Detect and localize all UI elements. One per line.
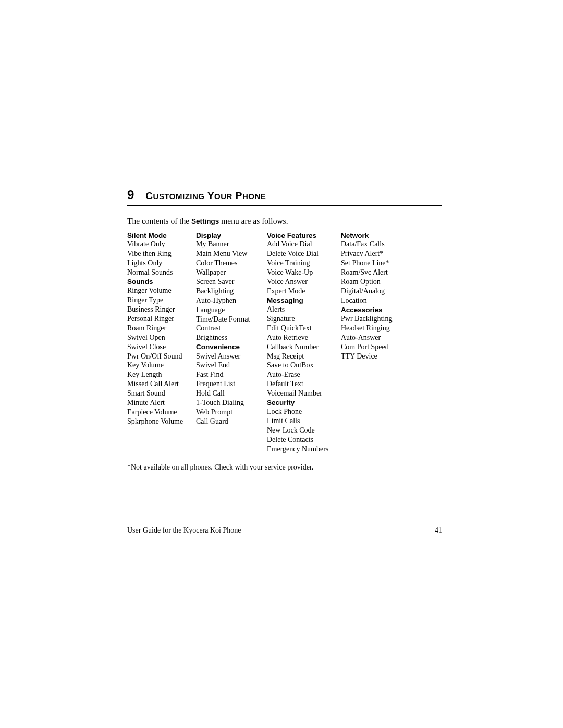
list-item: TTY Device [341, 352, 419, 361]
section-heading: Display [196, 231, 267, 240]
section-heading: Messaging [267, 296, 341, 305]
list-item: Msg Receipt [267, 352, 341, 361]
settings-columns: Silent ModeVibrate OnlyVibe then RingLig… [127, 231, 442, 454]
column-1: Silent ModeVibrate OnlyVibe then RingLig… [127, 231, 196, 454]
list-item: Color Themes [196, 258, 267, 268]
list-item: Key Length [127, 370, 196, 379]
list-item: Location [341, 296, 419, 305]
list-item: Pwr On/Off Sound [127, 352, 196, 361]
page-footer: User Guide for the Kyocera Koi Phone 41 [127, 523, 442, 535]
list-item: Voice Wake-Up [267, 268, 341, 277]
list-item: Delete Voice Dial [267, 249, 341, 258]
footnote: *Not available on all phones. Check with… [127, 463, 442, 472]
list-item: Set Phone Line* [341, 258, 419, 268]
list-item: Callback Number [267, 342, 341, 352]
list-item: Auto-Erase [267, 370, 341, 379]
page: 9 CUSTOMIZING YOUR PHONE The contents of… [0, 0, 563, 728]
column-3: Voice FeaturesAdd Voice DialDelete Voice… [267, 231, 341, 454]
list-item: Pwr Backlighting [341, 314, 419, 324]
list-item: Hold Call [196, 389, 267, 398]
list-item: Minute Alert [127, 398, 196, 408]
list-item: Spkrphone Volume [127, 417, 196, 426]
list-item: Screen Saver [196, 277, 267, 287]
list-item: Key Volume [127, 361, 196, 370]
list-item: Signature [267, 314, 341, 324]
list-item: Swivel Close [127, 342, 196, 352]
list-item: Privacy Alert* [341, 249, 419, 258]
list-item: My Banner [196, 240, 267, 249]
list-item: Normal Sounds [127, 268, 196, 277]
list-item: Earpiece Volume [127, 408, 196, 417]
list-item: Main Menu View [196, 249, 267, 258]
list-item: Voice Training [267, 258, 341, 268]
list-item: Expert Mode [267, 287, 341, 296]
section-heading: Sounds [127, 277, 196, 286]
column-4: NetworkData/Fax CallsPrivacy Alert*Set P… [341, 231, 419, 454]
chapter-header: 9 CUSTOMIZING YOUR PHONE [127, 188, 442, 206]
list-item: Lock Phone [267, 407, 341, 416]
footer-page-number: 41 [435, 526, 442, 535]
list-item: Voicemail Number [267, 389, 341, 398]
chapter-title: CUSTOMIZING YOUR PHONE [145, 190, 266, 202]
list-item: Backlighting [196, 287, 267, 296]
list-item: Fast Find [196, 370, 267, 379]
list-item: Ringer Volume [127, 286, 196, 295]
list-item: Limit Calls [267, 416, 341, 426]
list-item: Default Text [267, 379, 341, 389]
section-heading: Security [267, 398, 341, 407]
list-item: Time/Date Format [196, 315, 267, 324]
list-item: Edit QuickText [267, 324, 341, 333]
list-item: Ringer Type [127, 295, 196, 305]
list-item: 1-Touch Dialing [196, 398, 267, 408]
list-item: Lights Only [127, 258, 196, 268]
column-2: DisplayMy BannerMain Menu ViewColor Them… [196, 231, 267, 454]
section-heading: Convenience [196, 342, 267, 351]
section-heading: Network [341, 231, 419, 240]
list-item: Swivel Answer [196, 352, 267, 361]
list-item: Smart Sound [127, 389, 196, 398]
list-item: Call Guard [196, 417, 267, 426]
list-item: Vibrate Only [127, 240, 196, 249]
list-item: Auto-Answer [341, 333, 419, 342]
list-item: Wallpaper [196, 268, 267, 277]
list-item: Com Port Speed [341, 342, 419, 352]
list-item: New Lock Code [267, 426, 341, 435]
list-item: Add Voice Dial [267, 240, 341, 249]
list-item: Brightness [196, 333, 267, 342]
list-item: Voice Answer [267, 277, 341, 287]
list-item: Swivel Open [127, 333, 196, 342]
list-item: Auto Retrieve [267, 333, 341, 342]
list-item: Headset Ringing [341, 324, 419, 333]
content-area: 9 CUSTOMIZING YOUR PHONE The contents of… [127, 188, 442, 472]
list-item: Personal Ringer [127, 314, 196, 324]
list-item: Swivel End [196, 361, 267, 370]
list-item: Business Ringer [127, 305, 196, 314]
list-item: Vibe then Ring [127, 249, 196, 258]
list-item: Frequent List [196, 379, 267, 389]
footer-left: User Guide for the Kyocera Koi Phone [127, 526, 241, 535]
list-item: Roam Option [341, 277, 419, 287]
section-heading: Voice Features [267, 231, 341, 240]
list-item: Auto-Hyphen [196, 296, 267, 305]
list-item: Data/Fax Calls [341, 240, 419, 249]
list-item: Delete Contacts [267, 435, 341, 445]
chapter-number: 9 [127, 188, 134, 202]
section-heading: Silent Mode [127, 231, 196, 240]
list-item: Save to OutBox [267, 361, 341, 370]
list-item: Emergency Numbers [267, 445, 341, 454]
list-item: Language [196, 305, 267, 315]
list-item: Web Prompt [196, 408, 267, 417]
intro-text: The contents of the Settings menu are as… [127, 216, 442, 226]
section-heading: Accessories [341, 305, 419, 314]
list-item: Roam/Svc Alert [341, 268, 419, 277]
list-item: Missed Call Alert [127, 379, 196, 389]
list-item: Roam Ringer [127, 324, 196, 333]
list-item: Contrast [196, 324, 267, 333]
list-item: Alerts [267, 305, 341, 314]
list-item: Digital/Analog [341, 287, 419, 296]
